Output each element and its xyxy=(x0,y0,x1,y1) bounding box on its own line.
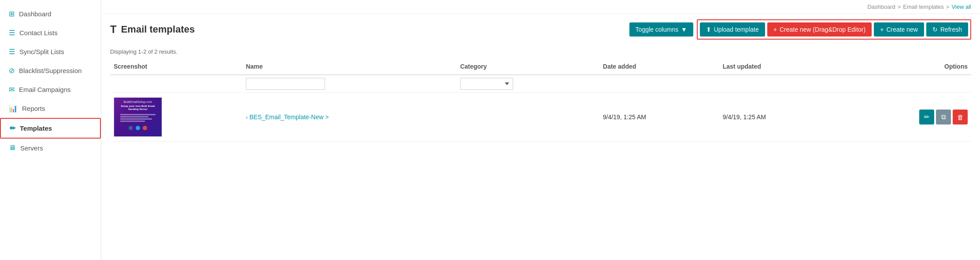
row-expand-icon[interactable]: › xyxy=(246,114,248,121)
templates-table: Screenshot Name Category Date added Last… xyxy=(110,59,971,142)
sidebar-item-contact-lists[interactable]: ☰ Contact Lists xyxy=(0,23,101,42)
sidebar-item-dashboard[interactable]: ⊞ Dashboard xyxy=(0,4,101,23)
breadcrumb-dashboard: Dashboard xyxy=(867,4,895,10)
breadcrumb: Dashboard > Email templates > View all xyxy=(101,0,980,14)
sync-split-icon: ☰ xyxy=(9,48,15,56)
sidebar-item-servers[interactable]: 🖥 Servers xyxy=(0,139,101,157)
template-name-link[interactable]: BES_Email_Template-New > xyxy=(249,114,329,121)
main-content: Dashboard > Email templates > View all T… xyxy=(101,0,980,260)
thumb-url: BulkEmailSetup.com xyxy=(124,100,152,103)
sidebar-item-templates[interactable]: ✏ Templates xyxy=(0,118,101,139)
filter-row xyxy=(110,75,971,93)
contact-lists-icon: ☰ xyxy=(9,29,15,37)
category-cell xyxy=(457,93,599,142)
header-toolbar: T Email templates Toggle columns ▼ ⬆ Upl… xyxy=(101,14,980,45)
view-all-link[interactable]: View all xyxy=(951,4,971,10)
name-filter-input[interactable] xyxy=(246,78,325,90)
breadcrumb-email-templates: Email templates xyxy=(903,4,943,10)
results-count: Displaying 1-2 of 2 results. xyxy=(101,45,980,59)
create-dnd-label: Create new (Drag&Drop Editor) xyxy=(780,26,865,33)
create-dnd-button[interactable]: + Create new (Drag&Drop Editor) xyxy=(767,22,872,37)
col-screenshot: Screenshot xyxy=(110,59,242,75)
create-new-button[interactable]: + Create new xyxy=(874,22,924,37)
templates-icon: ✏ xyxy=(10,124,15,132)
delete-button[interactable]: 🗑 xyxy=(953,110,968,125)
template-thumbnail: BulkEmailSetup.com Setup your own Bulk E… xyxy=(114,97,162,137)
page-title-area: T Email templates xyxy=(110,23,626,36)
servers-icon: 🖥 xyxy=(9,144,16,152)
thumb-lines xyxy=(120,114,155,122)
sidebar-item-label: Templates xyxy=(20,125,52,132)
filter-date-added-cell xyxy=(599,75,719,93)
filter-screenshot-cell xyxy=(110,75,242,93)
upload-template-label: Upload template xyxy=(714,26,759,33)
sidebar-item-label: Sync/Split Lists xyxy=(19,48,64,55)
thumb-social-icons xyxy=(129,126,147,130)
filter-last-updated-cell xyxy=(719,75,839,93)
create-new-icon: + xyxy=(880,26,884,33)
col-name: Name xyxy=(242,59,456,75)
displaying-text: Displaying 1-2 of 2 results. xyxy=(110,48,178,55)
sidebar-item-label: Dashboard xyxy=(19,10,51,18)
refresh-button[interactable]: ↻ Refresh xyxy=(926,22,968,37)
actions-container: ⬆ Upload template + Create new (Drag&Dro… xyxy=(697,19,971,40)
blacklist-icon: ⊘ xyxy=(9,66,15,75)
table-header-row: Screenshot Name Category Date added Last… xyxy=(110,59,971,75)
last-updated-cell: 9/4/19, 1:25 AM xyxy=(719,93,839,142)
options-cell: ✏ ⧉ 🗑 xyxy=(839,93,971,142)
sidebar-item-reports[interactable]: 📊 Reports xyxy=(0,99,101,118)
refresh-label: Refresh xyxy=(940,26,962,33)
thumb-headline: Setup your own Bulk Email Sending Server xyxy=(116,105,160,111)
sidebar-item-label: Reports xyxy=(22,105,45,112)
toggle-columns-button[interactable]: Toggle columns ▼ xyxy=(629,22,693,37)
page-title: Email templates xyxy=(121,24,195,35)
sidebar-item-sync-split[interactable]: ☰ Sync/Split Lists xyxy=(0,42,101,61)
create-dnd-icon: + xyxy=(773,26,777,33)
sidebar-item-email-campaigns[interactable]: ✉ Email Campaigns xyxy=(0,80,101,99)
filter-options-cell xyxy=(839,75,971,93)
sidebar-item-label: Email Campaigns xyxy=(19,86,71,93)
sidebar: ⊞ Dashboard ☰ Contact Lists ☰ Sync/Split… xyxy=(0,0,101,260)
table-area: Screenshot Name Category Date added Last… xyxy=(101,59,980,142)
upload-template-button[interactable]: ⬆ Upload template xyxy=(700,22,765,37)
page-title-icon: T xyxy=(110,23,117,36)
sidebar-item-blacklist[interactable]: ⊘ Blacklist/Suppression xyxy=(0,61,101,80)
copy-icon: ⧉ xyxy=(941,113,946,121)
table-row: BulkEmailSetup.com Setup your own Bulk E… xyxy=(110,93,971,142)
col-category: Category xyxy=(457,59,599,75)
reports-icon: 📊 xyxy=(9,104,18,113)
row-actions: ✏ ⧉ 🗑 xyxy=(843,110,968,125)
breadcrumb-sep-1: > xyxy=(898,4,901,10)
delete-icon: 🗑 xyxy=(957,114,964,121)
filter-category-cell xyxy=(457,75,599,93)
edit-icon: ✏ xyxy=(924,113,930,121)
col-date-added: Date added xyxy=(599,59,719,75)
toggle-columns-chevron-icon: ▼ xyxy=(681,26,687,33)
upload-icon: ⬆ xyxy=(706,26,711,33)
edit-button[interactable]: ✏ xyxy=(919,110,934,125)
refresh-icon: ↻ xyxy=(932,26,938,33)
breadcrumb-sep-2: > xyxy=(946,4,950,10)
sidebar-item-label: Contact Lists xyxy=(19,29,58,37)
col-options: Options xyxy=(839,59,971,75)
screenshot-cell: BulkEmailSetup.com Setup your own Bulk E… xyxy=(110,93,242,142)
copy-button[interactable]: ⧉ xyxy=(936,110,951,125)
filter-name-cell xyxy=(242,75,456,93)
sidebar-item-label: Servers xyxy=(20,144,43,152)
category-filter-select[interactable] xyxy=(460,78,513,90)
create-new-label: Create new xyxy=(886,26,918,33)
dashboard-icon: ⊞ xyxy=(9,10,15,18)
sidebar-item-label: Blacklist/Suppression xyxy=(19,67,82,74)
date-added-cell: 9/4/19, 1:25 AM xyxy=(599,93,719,142)
col-last-updated: Last updated xyxy=(719,59,839,75)
toggle-columns-label: Toggle columns xyxy=(636,26,678,33)
email-campaigns-icon: ✉ xyxy=(9,85,15,94)
name-cell: › BES_Email_Template-New > xyxy=(242,93,456,142)
